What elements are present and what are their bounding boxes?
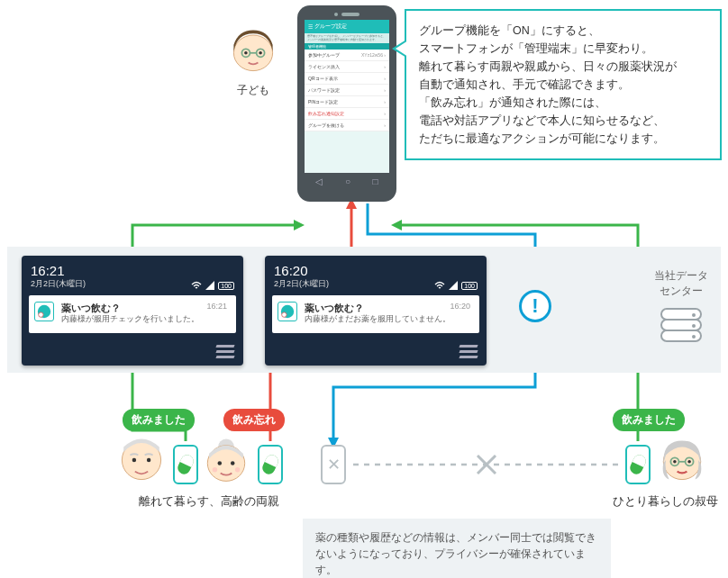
notification-taken: 16:212月2日(木曜日) 100 薬いつ飲む？16:21 内藤様が服用チェッ… [22,256,243,366]
phone-setting-row: 飲み忘れ通知設定 › [305,108,389,120]
aunt-phone-icon [625,445,651,484]
status-missed-badge: 飲み忘れ [223,409,285,431]
phone-setting-row: PINコード設定 › [305,96,389,108]
grandpa-face-icon [117,436,166,484]
svg-marker-0 [294,220,305,230]
phone-note: 管理者がグループを作成し、メンバーがグループに参加すると、メンバーの服薬状況が管… [305,33,389,43]
grandma-node [202,436,250,488]
svg-point-19 [132,458,137,463]
status-taken-badge: 飲みました [613,409,685,431]
grandma-face-icon [202,436,250,484]
status-icons: 100 [434,281,478,290]
svg-point-25 [213,467,217,472]
status-taken-badge: 飲みました [123,409,195,431]
wifi-icon [191,281,202,290]
svg-line-4 [478,456,496,474]
aunt-label: ひとり暮らしの叔母 [613,493,718,510]
aunt-node [658,436,706,488]
svg-marker-1 [391,220,402,230]
data-center: 当社データセンター [645,268,717,340]
svg-point-32 [687,460,691,464]
notification-missed: 16:202月2日(木曜日) 100 薬いつ飲む？16:20 内藤様がまだお薬を… [265,256,487,366]
back-icon: ◁ [315,176,323,186]
grandma-phone-icon [258,445,283,484]
svg-point-31 [673,460,677,464]
child-face-icon [229,27,278,76]
svg-line-5 [478,456,496,474]
privacy-note: 薬の種類や履歴などの情報は、メンバー同士では閲覧でき ないようになっており、プラ… [303,519,611,578]
svg-point-14 [39,312,43,317]
phone-screen-title: ☰ グループ設定 [305,20,389,33]
parents-label: 離れて暮らす、高齢の両親 [139,493,279,510]
grandpa-phone-icon [173,445,198,484]
recents-icon: □ [373,176,378,186]
wifi-icon [434,281,445,290]
svg-marker-15 [449,281,458,290]
child-node: 子ども [222,27,285,98]
explanation-callout: グループ機能を「ON」にすると、 スマートフォンが「管理端末」に早変わり。 離れ… [405,9,722,160]
battery-icon: 100 [461,282,478,290]
svg-point-17 [282,312,287,317]
blocked-phone-icon: ✕ [321,445,346,484]
app-icon [34,302,54,321]
grandpa-node [117,436,166,488]
battery-icon: 100 [218,282,234,290]
svg-point-10 [244,51,248,55]
phone-section: 管理者機能 [305,43,389,50]
svg-point-20 [147,458,151,463]
aunt-face-icon [658,436,706,484]
phone-setting-row: パスワード設定 › [305,85,389,96]
app-icon [278,302,297,321]
alert-icon: ! [519,290,551,322]
phone-setting-row: グループを抜ける › [305,120,389,131]
phone-setting-row: QRコード表示 › [305,73,389,85]
signal-icon [205,281,214,290]
svg-point-23 [218,461,223,465]
admin-phone: ☰ グループ設定 管理者がグループを作成し、メンバーがグループに参加すると、メン… [297,5,396,202]
phone-setting-row: ライセンス購入 › [305,61,389,73]
phone-setting-row: 参加中グループXYz12w56 › [305,50,389,61]
svg-point-24 [231,461,235,465]
home-icon: ○ [345,176,350,186]
svg-point-26 [235,467,240,472]
signal-icon [449,281,458,290]
svg-marker-12 [205,281,214,290]
child-label: 子ども [222,83,285,98]
svg-point-11 [259,51,262,55]
server-icon [660,308,702,342]
status-icons: 100 [191,281,234,290]
